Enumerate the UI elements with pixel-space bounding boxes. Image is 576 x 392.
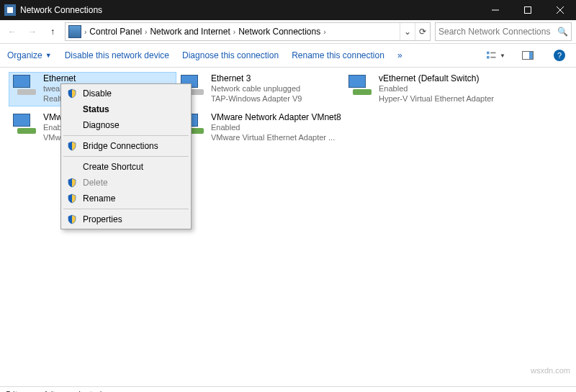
search-input[interactable]: Search Network Connections 🔍 [435,22,572,41]
menu-delete[interactable]: Delete [63,175,189,191]
crumb-control-panel[interactable]: Control Panel [86,23,145,40]
crumb-network-internet[interactable]: Network and Internet [147,23,233,40]
breadcrumb[interactable]: › Control Panel › Network and Internet ›… [65,22,431,41]
chevron-down-icon: ▼ [45,52,52,59]
back-button[interactable]: ← [4,24,20,40]
crumb-network-connections[interactable]: Network Connections [235,23,323,40]
svg-rect-6 [487,56,490,59]
menu-separator [63,209,189,209]
close-button[interactable] [544,0,576,20]
disable-device-button[interactable]: Disable this network device [65,50,169,60]
adapter-name: Ethernet 3 [211,73,302,83]
svg-rect-1 [524,7,531,14]
diagnose-button[interactable]: Diagnose this connection [182,50,279,60]
watermark: wsxdn.com [531,366,570,375]
menu-separator [63,135,189,136]
svg-rect-5 [490,53,495,54]
adapter-status: Network cable unplugged [211,83,302,94]
adapter-item-ethernet3[interactable]: Ethernet 3 Network cable unplugged TAP-W… [176,72,344,106]
content-area[interactable]: Ethernet tweaking.in 4 Realtek Ethernet … [0,68,576,386]
rename-connection-button[interactable]: Rename this connection [292,50,384,60]
minimize-button[interactable] [479,0,511,20]
network-adapter-icon [12,112,39,140]
svg-rect-7 [490,57,495,58]
menu-separator [63,156,189,157]
menu-rename[interactable]: Rename [63,191,189,206]
adapter-name: VMware Network Adapter VMnet8 [211,112,341,122]
menu-create-shortcut[interactable]: Create Shortcut [63,159,189,175]
up-button[interactable]: ↑ [45,24,60,40]
address-bar-row: ← → ↑ › Control Panel › Network and Inte… [0,20,576,44]
app-icon [4,4,16,16]
command-bar: Organize▼ Disable this network device Di… [0,44,576,68]
toolbar-overflow-button[interactable]: » [397,50,402,60]
network-adapter-icon [12,73,39,101]
status-bar: 5 items 1 item selected [0,386,576,392]
chevron-right-icon[interactable]: › [323,28,325,36]
menu-disable[interactable]: Disable [63,86,189,101]
adapter-name: Ethernet [43,73,89,83]
maximize-button[interactable] [511,0,544,20]
adapter-detail: Hyper-V Virtual Ethernet Adapter [379,94,494,104]
menu-diagnose[interactable]: Diagnose [63,117,189,133]
preview-pane-button[interactable] [518,51,537,60]
refresh-button[interactable]: ⟳ [415,23,430,40]
titlebar: Network Connections [0,0,576,20]
menu-bridge[interactable]: Bridge Connections [63,138,189,154]
shield-icon [67,141,77,151]
shield-icon [67,214,77,224]
organize-button[interactable]: Organize▼ [7,50,52,60]
adapter-detail: VMware Virtual Ethernet Adapter ... [211,132,341,142]
help-button[interactable]: ? [550,50,569,61]
shield-icon [67,193,77,204]
context-menu: Disable Status Diagnose Bridge Connectio… [60,83,192,229]
view-options-button[interactable]: ▼ [487,51,505,60]
adapter-detail: TAP-Windows Adapter V9 [211,94,302,104]
svg-rect-9 [529,52,533,59]
menu-properties[interactable]: Properties [63,211,189,227]
shield-icon [67,178,77,188]
adapter-item-vmnet8[interactable]: VMware Network Adapter VMnet8 Enabled VM… [176,111,344,145]
menu-status[interactable]: Status [63,101,189,117]
window-title: Network Connections [20,5,479,15]
forward-button[interactable]: → [24,24,40,40]
adapter-status: Enabled [379,83,494,94]
network-adapter-icon [347,73,374,101]
adapter-status: Enabled [211,122,341,132]
addr-dropdown-button[interactable]: ⌄ [400,23,415,40]
control-panel-icon [68,25,81,38]
svg-rect-4 [487,52,490,55]
shield-icon [67,88,77,99]
search-icon: 🔍 [557,27,568,37]
search-placeholder: Search Network Connections [438,27,557,37]
adapter-item-vethernet[interactable]: vEthernet (Default Switch) Enabled Hyper… [344,72,512,106]
adapter-name: vEthernet (Default Switch) [379,73,494,83]
